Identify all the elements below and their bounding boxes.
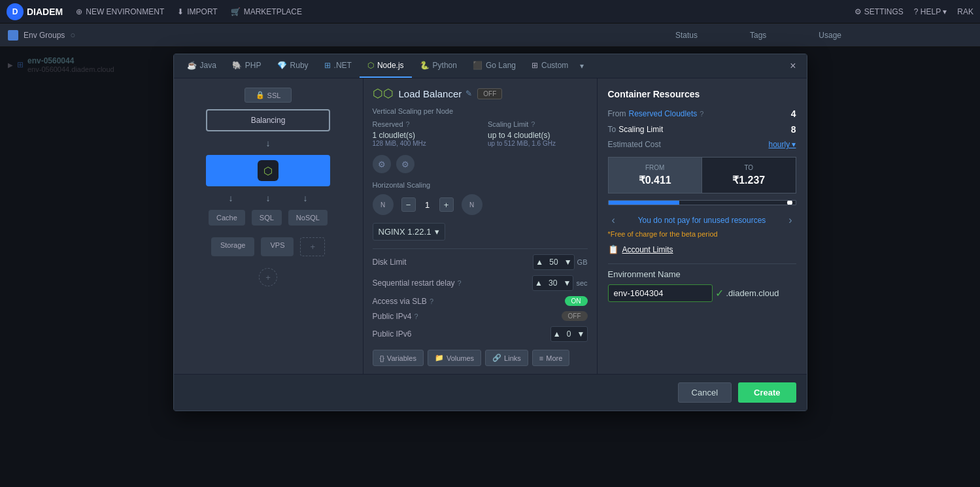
- nodejs-icon: ⬡: [367, 61, 374, 70]
- marketplace-button[interactable]: 🛒 MARKETPLACE: [231, 7, 302, 16]
- public-ipv4-help-icon[interactable]: ?: [414, 312, 418, 320]
- tab-java[interactable]: ☕ Java: [179, 54, 224, 78]
- tab-nodejs[interactable]: ⬡ Node.js: [360, 54, 412, 78]
- tab-dotnet[interactable]: ⊞ .NET: [316, 54, 360, 78]
- public-ipv4-label: Public IPv4 ?: [373, 312, 562, 321]
- nodejs-node-box[interactable]: ⬡: [206, 155, 330, 186]
- vps-box[interactable]: VPS: [261, 237, 294, 256]
- php-label: PHP: [245, 61, 262, 70]
- more-button[interactable]: ≡ More: [532, 350, 569, 366]
- tab-python[interactable]: 🐍 Python: [412, 54, 465, 78]
- cancel-button[interactable]: Cancel: [678, 382, 732, 403]
- reserved-val: 1 cloudlet(s): [373, 131, 473, 140]
- php-icon: 🐘: [232, 61, 242, 70]
- create-button[interactable]: Create: [738, 382, 796, 403]
- disk-limit-up-button[interactable]: ▼: [562, 255, 574, 269]
- env-name-input[interactable]: [608, 284, 713, 302]
- variables-button[interactable]: {} Variables: [373, 350, 424, 366]
- tab-php[interactable]: 🐘 PHP: [224, 54, 269, 78]
- balancing-box[interactable]: Balancing: [206, 109, 330, 131]
- volumes-button[interactable]: 📁 Volumes: [428, 350, 481, 366]
- next-arrow-button[interactable]: ›: [785, 213, 796, 227]
- env-name-row: ✓ .diadem.cloud: [608, 284, 796, 302]
- breadcrumb-expand-icon: ○: [70, 30, 75, 40]
- access-slb-toggle[interactable]: ON: [565, 296, 588, 306]
- account-limits-icon: 📋: [608, 244, 618, 254]
- close-button[interactable]: ×: [785, 58, 801, 75]
- from-cost-val: ₹0.411: [615, 174, 696, 186]
- lb-server-icon: ⬡⬡: [373, 86, 394, 101]
- gear-nodes: ⚙ ⚙: [373, 155, 588, 173]
- disk-limit-down-button[interactable]: ▲: [533, 255, 545, 269]
- public-ipv4-toggle[interactable]: OFF: [562, 311, 588, 321]
- env-name-label: Environment Name: [608, 269, 796, 279]
- links-label: Links: [504, 354, 521, 362]
- from-label: From: [608, 109, 626, 118]
- edit-icon[interactable]: ✎: [465, 89, 472, 98]
- java-label: Java: [200, 61, 216, 70]
- tab-custom[interactable]: ⊞ Custom: [524, 54, 576, 78]
- ipv6-down-button[interactable]: ▲: [551, 327, 563, 341]
- seq-restart-down-button[interactable]: ▲: [533, 276, 545, 290]
- tab-golang[interactable]: ⬛ Go Lang: [465, 54, 524, 78]
- seq-restart-stepper[interactable]: ▲ 30 ▼: [532, 275, 573, 291]
- nginx-version-row[interactable]: NGINX 1.22.1 ▾: [373, 223, 446, 241]
- tab-more-button[interactable]: ▾: [576, 55, 588, 77]
- cache-box[interactable]: Cache: [209, 210, 245, 226]
- modal-footer: Cancel Create: [174, 374, 807, 411]
- tab-ruby[interactable]: 💎 Ruby: [269, 54, 316, 78]
- prev-arrow-button[interactable]: ‹: [608, 213, 619, 227]
- seq-restart-help-icon[interactable]: ?: [458, 279, 462, 287]
- ipv6-up-button[interactable]: ▼: [575, 327, 587, 341]
- nosql-box[interactable]: NoSQL: [288, 210, 328, 226]
- scaling-limit-help-icon[interactable]: ?: [531, 120, 535, 128]
- cost-boxes: FROM ₹0.411 TO ₹1.237: [608, 157, 796, 193]
- hourly-select[interactable]: hourly ▾: [768, 140, 796, 149]
- estimated-row: Estimated Cost hourly ▾: [608, 140, 796, 149]
- db-row: Cache SQL NoSQL: [209, 210, 328, 226]
- user-button[interactable]: RAK: [957, 7, 973, 16]
- scaling-limit-col: Scaling Limit ? up to 4 cloudlet(s) up t…: [488, 120, 588, 147]
- new-environment-button[interactable]: ⊕ NEW ENVIRONMENT: [76, 7, 164, 16]
- reserved-help-icon[interactable]: ?: [406, 120, 410, 128]
- reserved-cloudlets-help-icon[interactable]: ?: [700, 110, 703, 118]
- public-ipv6-stepper[interactable]: ▲ 0 ▼: [550, 326, 588, 342]
- storage-box[interactable]: Storage: [211, 237, 255, 256]
- modal-tabs: ☕ Java 🐘 PHP 💎 Ruby ⊞ .NET ⬡ Node.js: [174, 54, 807, 78]
- seq-restart-up-button[interactable]: ▼: [561, 276, 573, 290]
- col-tags: Tags: [750, 31, 766, 40]
- reserved-label: Reserved: [373, 120, 403, 128]
- import-button[interactable]: ⬇ IMPORT: [177, 7, 217, 16]
- topnav-right: ⚙ SETTINGS ? HELP ▾ RAK: [854, 7, 973, 16]
- account-limits-link[interactable]: Account Limits: [622, 245, 673, 254]
- hz-plus-button[interactable]: +: [439, 197, 454, 212]
- more-label: More: [546, 354, 562, 362]
- add-node-box[interactable]: +: [300, 237, 325, 256]
- settings-button[interactable]: ⚙ SETTINGS: [854, 7, 903, 16]
- logo: D DIADEM: [7, 3, 63, 20]
- disk-limit-stepper[interactable]: ▲ 50 ▼: [533, 254, 574, 270]
- ssl-badge: 🔒 SSL: [245, 88, 292, 103]
- seq-restart-unit: sec: [576, 279, 587, 287]
- topology-add-button[interactable]: +: [259, 268, 277, 286]
- to-cost-box: TO ₹1.237: [701, 157, 796, 193]
- storage-row: Storage VPS +: [211, 237, 325, 256]
- hz-minus-button[interactable]: −: [401, 197, 416, 212]
- env-name-check-icon: ✓: [715, 287, 724, 299]
- topology-panel: 🔒 SSL Balancing ↓ ⬡ ↓ ↓ ↓ Cache: [174, 78, 363, 374]
- access-slb-help-icon[interactable]: ?: [430, 297, 433, 305]
- scaling-limit-row: To Scaling Limit 8: [608, 124, 796, 135]
- disk-limit-val: 50: [545, 258, 562, 267]
- public-ipv4-value: OFF: [562, 311, 588, 321]
- ipv6-val: 0: [563, 329, 575, 339]
- reserved-count: 1: [373, 131, 377, 140]
- python-icon: 🐍: [420, 61, 430, 70]
- sql-box[interactable]: SQL: [252, 210, 282, 226]
- dotnet-label: .NET: [334, 61, 352, 70]
- lb-toggle[interactable]: OFF: [477, 88, 502, 99]
- nginx-node-left: N: [373, 194, 394, 215]
- nodejs-node-icon: ⬡: [258, 160, 279, 181]
- hz-control[interactable]: − 1 +: [401, 197, 454, 212]
- links-button[interactable]: 🔗 Links: [485, 350, 528, 366]
- help-button[interactable]: ? HELP ▾: [914, 7, 947, 16]
